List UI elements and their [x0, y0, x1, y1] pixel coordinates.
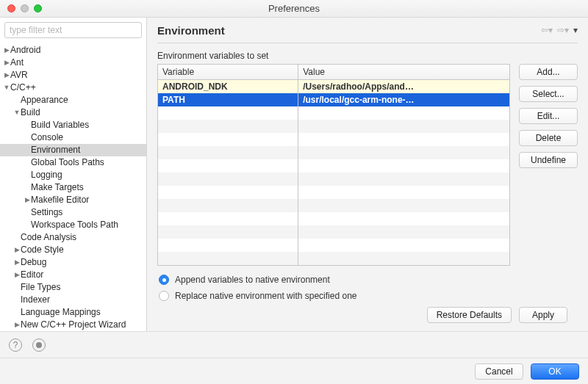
- tree-item-label: Environment: [31, 144, 80, 156]
- env-table[interactable]: Variable Value ANDROID_NDK/Users/radhoo/…: [157, 64, 510, 266]
- tree-item[interactable]: ▼C/C++: [0, 81, 146, 94]
- table-row[interactable]: [158, 106, 509, 120]
- tree-item[interactable]: ▶Console: [0, 131, 146, 144]
- table-area: Variable Value ANDROID_NDK/Users/radhoo/…: [157, 64, 578, 266]
- undefine-button[interactable]: Undefine: [519, 152, 578, 168]
- tree-item[interactable]: ▶Make Targets: [0, 181, 146, 194]
- tree-item[interactable]: ▶Makefile Editor: [0, 194, 146, 206]
- tree-item-label: File Types: [21, 281, 60, 294]
- view-menu-icon[interactable]: ▾: [573, 25, 578, 35]
- tree-item[interactable]: ▶Editor: [0, 269, 146, 281]
- tree-item-label: Console: [31, 131, 63, 144]
- cell-value: /usr/local/gcc-arm-none-…: [298, 93, 509, 106]
- table-row[interactable]: [158, 133, 509, 146]
- preference-tree[interactable]: ▶Android▶Ant▶AVR▼C/C++▶Appearance▼Build▶…: [0, 43, 146, 331]
- edit-button[interactable]: Edit...: [519, 108, 578, 124]
- table-row[interactable]: [158, 186, 509, 199]
- tree-item[interactable]: ▶Global Tools Paths: [0, 156, 146, 169]
- cell-value: /Users/radhoo/Apps/and…: [298, 80, 509, 93]
- col-variable[interactable]: Variable: [158, 65, 298, 79]
- tree-item-label: Language Mappings: [21, 306, 101, 319]
- tree-item[interactable]: ▶Settings: [0, 206, 146, 219]
- tree-item-label: Build: [21, 106, 40, 119]
- page-title: Environment: [157, 24, 225, 37]
- select-button[interactable]: Select...: [519, 86, 578, 102]
- chevron-right-icon: ▶: [13, 256, 21, 269]
- chevron-right-icon: ▶: [13, 244, 21, 256]
- radio-group: Append variables to native environment R…: [157, 275, 578, 301]
- chevron-right-icon: ▶: [13, 269, 21, 281]
- tree-item[interactable]: ▶Code Analysis: [0, 231, 146, 244]
- table-row[interactable]: PATH/usr/local/gcc-arm-none-…: [158, 93, 509, 106]
- table-header: Variable Value: [158, 65, 509, 80]
- table-row[interactable]: [158, 199, 509, 212]
- tree-item[interactable]: ▶Code Style: [0, 244, 146, 256]
- tree-item-label: Editor: [21, 269, 43, 281]
- chevron-down-icon: ▼: [3, 81, 10, 94]
- table-row[interactable]: [158, 252, 509, 265]
- status-icon[interactable]: [32, 338, 46, 352]
- tree-item-label: Indexer: [21, 294, 50, 306]
- chevron-right-icon: ▶: [24, 194, 31, 206]
- help-icon[interactable]: ?: [9, 338, 22, 352]
- filter-input[interactable]: [4, 22, 142, 38]
- tree-item-label: Global Tools Paths: [31, 156, 104, 169]
- tree-item-label: Makefile Editor: [31, 194, 89, 206]
- sidebar: ▶Android▶Ant▶AVR▼C/C++▶Appearance▼Build▶…: [0, 18, 147, 331]
- filter-box: [4, 22, 142, 38]
- table-row[interactable]: [158, 146, 509, 159]
- tree-item[interactable]: ▶Android: [0, 44, 146, 57]
- col-value[interactable]: Value: [298, 65, 509, 79]
- main-body: Environment variables to set Variable Va…: [147, 43, 588, 331]
- forward-icon[interactable]: ⇨▾: [557, 25, 569, 35]
- table-row[interactable]: [158, 120, 509, 133]
- table-row[interactable]: [158, 225, 509, 239]
- radio-append[interactable]: Append variables to native environment: [159, 275, 578, 285]
- tree-item[interactable]: ▶Logging: [0, 169, 146, 181]
- confirm-bar: ?: [0, 331, 588, 358]
- tree-item-label: Code Analysis: [21, 231, 76, 244]
- table-body[interactable]: ANDROID_NDK/Users/radhoo/Apps/and…PATH/u…: [158, 80, 509, 265]
- apply-button[interactable]: Apply: [519, 307, 567, 323]
- table-row[interactable]: [158, 159, 509, 173]
- tree-item[interactable]: ▶Environment: [0, 144, 146, 156]
- tree-item[interactable]: ▶Language Mappings: [0, 306, 146, 319]
- tree-item[interactable]: ▶Debug: [0, 256, 146, 269]
- tree-item-label: Android: [10, 44, 40, 57]
- add-button[interactable]: Add...: [519, 64, 578, 80]
- table-row[interactable]: [158, 173, 509, 186]
- tree-item[interactable]: ▶Indexer: [0, 294, 146, 306]
- tree-item[interactable]: ▶New C/C++ Project Wizard: [0, 319, 146, 331]
- history-nav: ⇦▾ ⇨▾ ▾: [541, 25, 578, 35]
- ok-button[interactable]: OK: [531, 363, 579, 380]
- tree-item-label: Debug: [21, 256, 46, 269]
- tree-item-label: Settings: [31, 206, 62, 219]
- table-row[interactable]: ANDROID_NDK/Users/radhoo/Apps/and…: [158, 80, 509, 93]
- tree-item[interactable]: ▶Build Variables: [0, 119, 146, 131]
- cancel-button[interactable]: Cancel: [475, 363, 523, 380]
- content: ▶Android▶Ant▶AVR▼C/C++▶Appearance▼Build▶…: [0, 18, 588, 331]
- tree-item[interactable]: ▶File Types: [0, 281, 146, 294]
- table-button-column: Add... Select... Edit... Delete Undefine: [519, 64, 578, 266]
- tree-item-label: Logging: [31, 169, 62, 181]
- tree-item[interactable]: ▶Appearance: [0, 94, 146, 106]
- back-icon[interactable]: ⇦▾: [541, 25, 553, 35]
- cell-variable: PATH: [158, 93, 298, 106]
- tree-item[interactable]: ▶AVR: [0, 69, 146, 81]
- titlebar: Preferences: [0, 0, 588, 18]
- tree-item[interactable]: ▶Ant: [0, 57, 146, 69]
- tree-item-label: Code Style: [21, 244, 64, 256]
- delete-button[interactable]: Delete: [519, 130, 578, 146]
- radio-replace[interactable]: Replace native environment with specifie…: [159, 291, 578, 301]
- tree-item-label: Build Variables: [31, 119, 89, 131]
- cell-variable: ANDROID_NDK: [158, 80, 298, 93]
- tree-item[interactable]: ▼Build: [0, 106, 146, 119]
- table-row[interactable]: [158, 239, 509, 252]
- radio-icon: [159, 275, 169, 285]
- tree-item-label: Make Targets: [31, 181, 84, 194]
- chevron-right-icon: ▶: [13, 319, 21, 331]
- chevron-right-icon: ▶: [3, 44, 10, 57]
- table-row[interactable]: [158, 212, 509, 225]
- tree-item[interactable]: ▶Workspace Tools Path: [0, 219, 146, 231]
- restore-defaults-button[interactable]: Restore Defaults: [427, 307, 512, 323]
